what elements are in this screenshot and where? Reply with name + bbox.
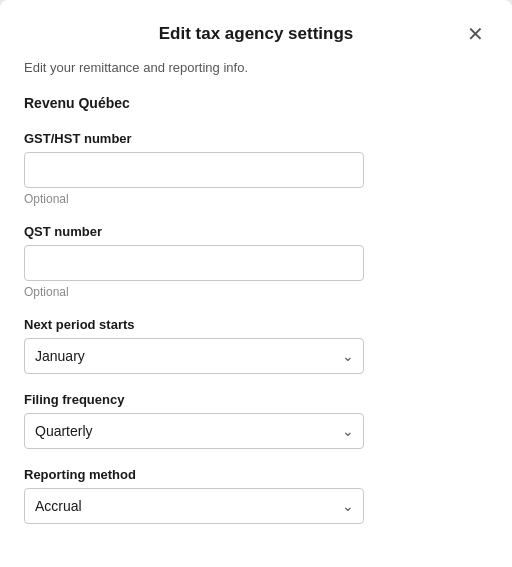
qst-input[interactable] xyxy=(24,245,364,281)
reporting-method-select[interactable]: Accrual Cash xyxy=(24,488,364,524)
gst-input[interactable] xyxy=(24,152,364,188)
next-period-group: Next period starts January February Marc… xyxy=(24,317,488,374)
filing-frequency-select[interactable]: Monthly Quarterly Annually xyxy=(24,413,364,449)
gst-label: GST/HST number xyxy=(24,131,488,146)
reporting-method-select-wrapper: Accrual Cash ⌄ xyxy=(24,488,364,524)
next-period-select-wrapper: January February March April May June Ju… xyxy=(24,338,364,374)
agency-name: Revenu Québec xyxy=(24,95,488,111)
filing-frequency-group: Filing frequency Monthly Quarterly Annua… xyxy=(24,392,488,449)
modal-title: Edit tax agency settings xyxy=(159,24,354,44)
modal-header: Edit tax agency settings ✕ xyxy=(24,24,488,44)
modal-container: Edit tax agency settings ✕ Edit your rem… xyxy=(0,0,512,567)
gst-field-group: GST/HST number Optional xyxy=(24,131,488,206)
filing-frequency-label: Filing frequency xyxy=(24,392,488,407)
close-button[interactable]: ✕ xyxy=(463,20,488,48)
qst-label: QST number xyxy=(24,224,488,239)
reporting-method-group: Reporting method Accrual Cash ⌄ xyxy=(24,467,488,524)
qst-hint: Optional xyxy=(24,285,488,299)
next-period-label: Next period starts xyxy=(24,317,488,332)
filing-frequency-select-wrapper: Monthly Quarterly Annually ⌄ xyxy=(24,413,364,449)
gst-hint: Optional xyxy=(24,192,488,206)
modal-subtitle: Edit your remittance and reporting info. xyxy=(24,60,488,75)
reporting-method-label: Reporting method xyxy=(24,467,488,482)
next-period-select[interactable]: January February March April May June Ju… xyxy=(24,338,364,374)
qst-field-group: QST number Optional xyxy=(24,224,488,299)
